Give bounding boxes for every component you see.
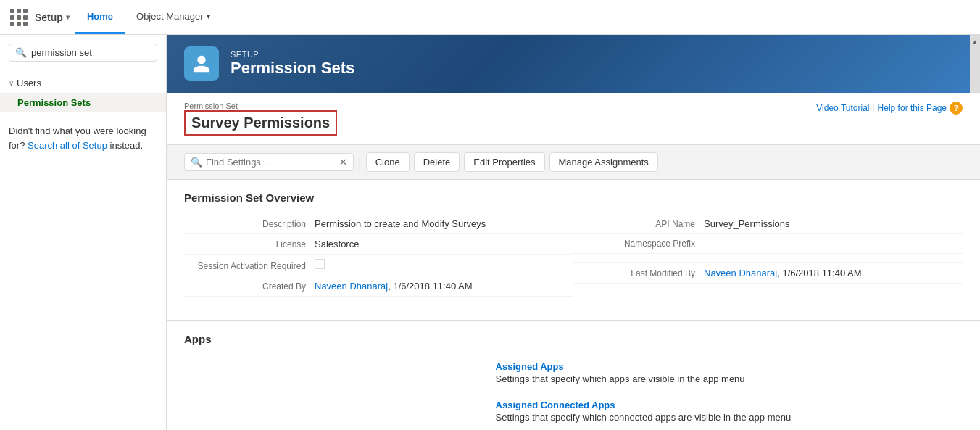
apps-section-title: Apps — [184, 333, 963, 345]
field-license: License Salesforce — [184, 234, 573, 255]
page-header-title: Permission Sets — [231, 59, 354, 78]
sidebar-search-input[interactable] — [31, 47, 151, 58]
page-header: SETUP Permission Sets ▲ — [167, 35, 980, 93]
edit-properties-button[interactable]: Edit Properties — [464, 152, 544, 172]
help-page-link[interactable]: Help for this Page — [878, 103, 947, 113]
sidebar-search-icon: 🔍 — [15, 47, 27, 58]
toolbar: 🔍 ✕ | Clone Delete Edit Properties Manag… — [167, 145, 980, 180]
nav-tabs: Home Object Manager ▾ — [75, 0, 222, 34]
sidebar: 🔍 ∨ Users Permission Sets Didn't find wh… — [0, 35, 167, 430]
created-by-value: Naveen Dhanaraj, 1/6/2018 11:40 AM — [315, 281, 473, 292]
object-manager-chevron-icon: ▾ — [207, 12, 210, 20]
apps-list: Assigned Apps Settings that specify whic… — [496, 354, 963, 430]
overview-section: Permission Set Overview Description Perm… — [167, 180, 980, 311]
assigned-connected-apps-item: Assigned Connected Apps Settings that sp… — [496, 392, 963, 430]
last-modified-by-label: Last Modified By — [573, 268, 704, 278]
api-name-value: Survey_Permissions — [704, 218, 790, 229]
delete-button[interactable]: Delete — [414, 152, 460, 172]
field-last-modified-by: Last Modified By Naveen Dhanaraj, 1/6/20… — [573, 263, 963, 284]
clone-button[interactable]: Clone — [366, 152, 410, 172]
field-description: Description Permission to create and Mod… — [184, 214, 573, 234]
page-header-icon — [184, 46, 219, 81]
apps-section: Apps Assigned Apps Settings that specify… — [167, 320, 980, 430]
last-modified-by-value: Naveen Dhanaraj, 1/6/2018 11:40 AM — [704, 268, 862, 278]
find-settings-clear-icon[interactable]: ✕ — [339, 157, 347, 168]
find-settings-search-icon: 🔍 — [191, 157, 202, 168]
created-by-label: Created By — [184, 281, 315, 292]
users-chevron-icon: ∨ — [9, 79, 14, 87]
namespace-prefix-label: Namespace Prefix — [573, 239, 704, 249]
page-header-text: SETUP Permission Sets — [231, 50, 354, 78]
header-links: Video Tutorial | Help for this Page ? — [816, 102, 963, 115]
scroll-handle[interactable]: ▲ — [970, 35, 980, 93]
field-api-name: API Name Survey_Permissions — [573, 214, 963, 234]
assigned-apps-desc: Settings that specify which apps are vis… — [496, 373, 963, 384]
assigned-apps-title[interactable]: Assigned Apps — [496, 361, 963, 372]
sidebar-not-found-message: Didn't find what you were looking for? S… — [0, 115, 166, 161]
tab-home[interactable]: Home — [75, 0, 125, 34]
assigned-connected-apps-desc: Settings that specify which connected ap… — [496, 412, 963, 423]
top-navigation: Setup ▾ Home Object Manager ▾ — [0, 0, 980, 35]
sidebar-search-wrap[interactable]: 🔍 — [9, 44, 157, 62]
sidebar-item-permission-sets[interactable]: Permission Sets — [0, 93, 166, 112]
assigned-connected-apps-title[interactable]: Assigned Connected Apps — [496, 400, 963, 410]
sidebar-users-group: ∨ Users Permission Sets — [0, 70, 166, 115]
created-by-link[interactable]: Naveen Dhanaraj — [315, 281, 388, 292]
session-activation-checkbox[interactable] — [315, 259, 325, 269]
setup-chevron-icon: ▾ — [66, 13, 70, 21]
scroll-up-icon: ▲ — [971, 38, 979, 46]
page-header-label: SETUP — [231, 50, 354, 59]
detail-header: Permission Set Survey Permissions Video … — [167, 93, 980, 145]
field-empty — [573, 254, 963, 263]
description-label: Description — [184, 219, 315, 229]
session-activation-label: Session Activation Required — [184, 261, 315, 271]
tab-object-manager[interactable]: Object Manager ▾ — [125, 0, 222, 34]
setup-menu[interactable]: Setup ▾ — [35, 12, 70, 23]
record-breadcrumb: Permission Set — [184, 102, 337, 110]
help-icon[interactable]: ? — [950, 102, 963, 115]
find-settings-wrap[interactable]: 🔍 ✕ — [184, 153, 354, 171]
app-launcher-icon[interactable] — [9, 7, 29, 28]
main-content: SETUP Permission Sets ▲ Permission Set S… — [167, 35, 980, 430]
license-value: Salesforce — [315, 239, 359, 249]
field-namespace-prefix: Namespace Prefix — [573, 234, 963, 254]
overview-left-col: Description Permission to create and Mod… — [184, 214, 573, 297]
overview-right-col: API Name Survey_Permissions Namespace Pr… — [573, 214, 963, 297]
sidebar-group-users[interactable]: ∨ Users — [0, 73, 166, 93]
assigned-apps-item: Assigned Apps Settings that specify whic… — [496, 354, 963, 392]
search-all-setup-link[interactable]: Search all of Setup — [28, 140, 107, 151]
find-settings-input[interactable] — [206, 157, 336, 168]
overview-grid: Description Permission to create and Mod… — [184, 214, 963, 297]
record-title: Survey Permissions — [184, 110, 337, 136]
last-modified-by-link[interactable]: Naveen Dhanaraj — [704, 268, 777, 278]
record-name-section: Permission Set Survey Permissions — [184, 102, 337, 136]
api-name-label: API Name — [573, 219, 704, 229]
overview-section-title: Permission Set Overview — [184, 191, 963, 204]
license-label: License — [184, 239, 315, 249]
video-tutorial-link[interactable]: Video Tutorial — [816, 103, 869, 113]
content-area: Permission Set Survey Permissions Video … — [167, 93, 980, 430]
description-value: Permission to create and Modify Surveys — [315, 218, 486, 229]
manage-assignments-button[interactable]: Manage Assignments — [549, 152, 658, 172]
field-session-activation: Session Activation Required — [184, 255, 573, 276]
field-created-by: Created By Naveen Dhanaraj, 1/6/2018 11:… — [184, 276, 573, 297]
toolbar-divider: | — [358, 154, 362, 170]
